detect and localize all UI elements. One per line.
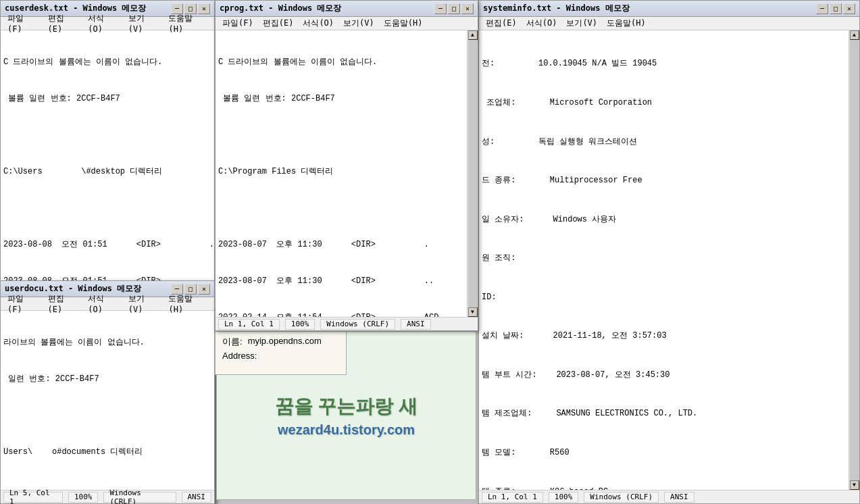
menu-view-cuserdesk[interactable]: 보기(V) (124, 11, 163, 35)
menu-bar-cuserdesk: 파일(F) 편집(E) 서식(O) 보기(V) 도움말(H) (1, 17, 214, 30)
watermark-line2: wezard4u.tistory.com (278, 422, 415, 438)
content-line: 템 제조업체: SAMSUNG ELECTRONICS CO., LTD. (482, 407, 857, 420)
status-bar-cprog: Ln 1, Col 1 100% Windows (CRLF) ANSI (216, 317, 478, 330)
window-userdocu: userdocu.txt - Windows 메모장 ─ □ ✕ 파일(F) 편… (0, 280, 215, 504)
menu-bar-sysinfo: 편집(E) 서식(O) 보기(V) 도움말(H) (479, 17, 859, 30)
ip-name-row: 이름: myip.opendns.com (222, 336, 339, 348)
content-line: C 드라이브의 볼륨에는 이름이 없습니다. (3, 56, 211, 68)
content-line (3, 202, 211, 214)
content-line: 2023-08-08 오전 01:51 <DIR> . (3, 238, 211, 251)
content-line: 성: 독립 실행형 워크스테이션 (482, 136, 857, 149)
menu-file-cprog[interactable]: 파일(F) (218, 16, 257, 30)
content-line: 라이브의 볼륨에는 이름이 없습니다. (3, 336, 211, 349)
content-line: 볼륨 일련 번호: 2CCF-B4F7 (3, 93, 211, 105)
content-line: 원 조직: (482, 252, 857, 265)
content-line: 전: 10.0.19045 N/A 빌드 19045 (482, 57, 857, 70)
status-ln-cprog: Ln 1, Col 1 (218, 319, 280, 330)
title-bar-cprog[interactable]: cprog.txt - Windows 메모장 ─ □ ✕ (216, 1, 478, 17)
status-enc-sysinfo: Windows (CRLF) (584, 492, 659, 503)
content-line: 볼륨 일련 번호: 2CCF-B4F7 (218, 93, 475, 105)
scrollbar-sysinfo[interactable]: ▲ ▼ (849, 30, 859, 490)
content-line (3, 409, 211, 422)
menu-file-userdocu[interactable]: 파일(F) (3, 292, 43, 316)
menu-view-cprog[interactable]: 보기(V) (339, 16, 378, 30)
menu-edit-sysinfo[interactable]: 편집(E) (482, 16, 521, 30)
menu-help-userdocu[interactable]: 도움말(H) (164, 292, 211, 316)
menu-help-cprog[interactable]: 도움말(H) (380, 16, 427, 30)
status-bar-sysinfo: Ln 1, Col 1 100% Windows (CRLF) ANSI (479, 490, 859, 503)
content-line (218, 129, 475, 141)
status-ln-sysinfo: Ln 1, Col 1 (482, 492, 543, 503)
minimize-btn-sysinfo[interactable]: ─ (816, 3, 828, 14)
content-line: C:\Users \#desktop 디렉터리 (3, 166, 211, 178)
content-line: 템 모델: R560 (482, 447, 857, 459)
status-bar-userdocu: Ln 5, Col 1 100% Windows (CRLF) ANSI (1, 490, 214, 503)
menu-help-sysinfo[interactable]: 도움말(H) (603, 16, 650, 30)
menu-format-cprog[interactable]: 서식(O) (299, 16, 338, 30)
content-line: 템 종류: X86-based PC (482, 486, 857, 490)
close-btn-sysinfo[interactable]: ✕ (843, 3, 855, 14)
content-line: 설치 날짜: 2021-11-18, 오전 3:57:03 (482, 330, 857, 343)
content-line: 일 소유자: Windows 사용자 (482, 213, 857, 226)
content-line: ID: (482, 291, 857, 304)
menu-format-userdocu[interactable]: 서식(O) (84, 292, 123, 316)
title-text-cprog: cprog.txt - Windows 메모장 (220, 3, 434, 14)
content-line (3, 129, 211, 141)
content-line: 2023-08-07 오후 11:30 <DIR> . (218, 238, 475, 251)
menu-help-cuserdesk[interactable]: 도움말(H) (164, 11, 211, 35)
content-line: C 드라이브의 볼륨에는 이름이 없습니다. (218, 56, 475, 68)
status-charset-cprog: ANSI (401, 319, 431, 330)
status-enc-userdocu: Windows (CRLF) (103, 492, 176, 503)
menu-view-sysinfo[interactable]: 보기(V) (562, 16, 601, 30)
close-btn-cprog[interactable]: ✕ (461, 3, 474, 14)
maximize-btn-sysinfo[interactable]: □ (830, 3, 842, 14)
menu-format-sysinfo[interactable]: 서식(O) (522, 16, 561, 30)
scroll-up-sysinfo[interactable]: ▲ (850, 30, 859, 40)
menu-edit-cprog[interactable]: 편집(E) (259, 16, 298, 30)
content-line: 드 종류: Multiprocessor Free (482, 174, 857, 187)
scroll-down-sysinfo[interactable]: ▼ (850, 480, 859, 490)
maximize-btn-cprog[interactable]: □ (448, 3, 460, 14)
scroll-track-sysinfo[interactable] (850, 40, 859, 480)
minimize-btn-cprog[interactable]: ─ (434, 3, 447, 14)
window-sysinfo: systeminfo.txt - Windows 메모장 ─ □ ✕ 편집(E)… (478, 0, 860, 504)
watermark-line1: 꿈을 꾸는파랑 새 (275, 394, 418, 420)
status-zoom-userdocu: 100% (68, 492, 99, 503)
menu-edit-userdocu[interactable]: 편집(E) (44, 292, 83, 316)
menu-view-userdocu[interactable]: 보기(V) (124, 292, 163, 316)
content-line: 일련 번호: 2CCF-B4F7 (3, 373, 211, 385)
ip-label-name: 이름: (222, 336, 243, 348)
scrollbar-cprog[interactable]: ▲ ▼ (467, 30, 478, 317)
title-buttons-sysinfo: ─ □ ✕ (816, 3, 855, 14)
menu-format-cuserdesk[interactable]: 서식(O) (84, 11, 123, 35)
status-charset-sysinfo: ANSI (664, 492, 694, 503)
ip-label-address: Address: (222, 351, 257, 361)
status-zoom-sysinfo: 100% (549, 492, 579, 503)
menu-bar-userdocu: 파일(F) 편집(E) 서식(O) 보기(V) 도움말(H) (1, 297, 214, 311)
menu-file-cuserdesk[interactable]: 파일(F) (3, 11, 43, 35)
content-cprog: C 드라이브의 볼륨에는 이름이 없습니다. 볼륨 일련 번호: 2CCF-B4… (216, 30, 478, 317)
ip-info-overlay: 이름: myip.opendns.com Address: (215, 331, 347, 375)
menu-bar-cprog: 파일(F) 편집(E) 서식(O) 보기(V) 도움말(H) (216, 17, 478, 30)
title-bar-sysinfo[interactable]: systeminfo.txt - Windows 메모장 ─ □ ✕ (479, 1, 859, 17)
window-cprog: cprog.txt - Windows 메모장 ─ □ ✕ 파일(F) 편집(E… (215, 0, 478, 331)
status-ln-userdocu: Ln 5, Col 1 (3, 492, 63, 503)
title-buttons-cprog: ─ □ ✕ (434, 3, 474, 14)
status-charset-userdocu: ANSI (182, 492, 212, 503)
content-line (218, 202, 475, 214)
content-line: Users\ o#documents 디렉터리 (3, 446, 211, 458)
ip-value-name: myip.opendns.com (248, 336, 322, 348)
content-line: C:\Program Files 디렉터리 (218, 166, 475, 178)
status-zoom-cprog: 100% (285, 319, 315, 330)
content-userdocu: 라이브의 볼륨에는 이름이 없습니다. 일련 번호: 2CCF-B4F7 Use… (1, 311, 214, 490)
content-sysinfo: 전: 10.0.19045 N/A 빌드 19045 조업체: Microsof… (479, 30, 859, 490)
content-line: 2022-02-14 오후 11:54 <DIR> ACD (218, 311, 475, 317)
content-line: 템 부트 시간: 2023-08-07, 오전 3:45:30 (482, 369, 857, 382)
title-text-sysinfo: systeminfo.txt - Windows 메모장 (483, 3, 816, 14)
menu-edit-cuserdesk[interactable]: 편집(E) (44, 11, 83, 35)
scroll-track-cprog[interactable] (468, 40, 478, 307)
scroll-up-cprog[interactable]: ▲ (468, 30, 478, 40)
content-line: 조업체: Microsoft Corporation (482, 97, 857, 109)
scroll-down-cprog[interactable]: ▼ (468, 307, 478, 317)
ip-address-row: Address: (222, 351, 339, 361)
